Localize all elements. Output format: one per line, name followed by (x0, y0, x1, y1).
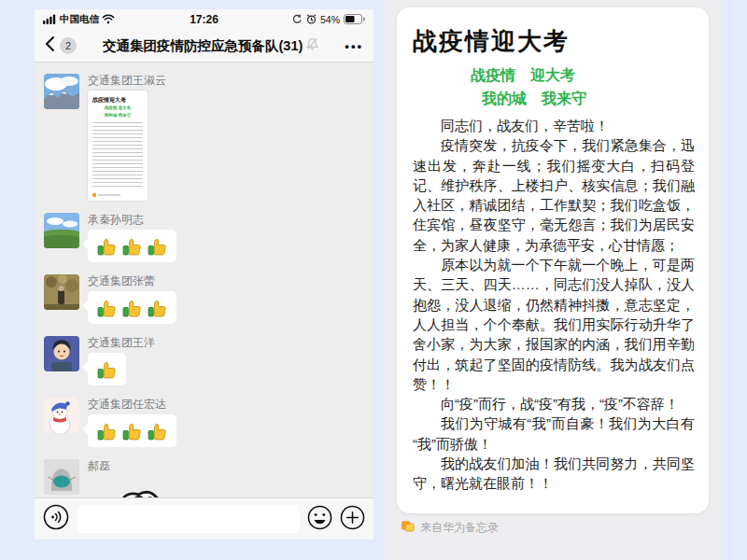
memo-thumb-body-lines (92, 122, 143, 189)
status-left: 中国电信 (43, 13, 115, 26)
message-input[interactable] (77, 505, 300, 533)
memo-subtitle-line1: 战疫情 迎大考 (471, 66, 695, 85)
thumbs-bubble[interactable] (88, 291, 176, 324)
back-chevron-icon[interactable] (45, 35, 55, 56)
message-row: 郝磊 (44, 459, 364, 498)
status-right: 54% (292, 14, 365, 26)
avatar-wangshuyun[interactable] (44, 74, 79, 109)
wifi-icon (102, 14, 115, 26)
memo-thumb-footer (92, 193, 143, 197)
signal-bars-icon (43, 14, 57, 26)
carrier-label: 中国电信 (60, 13, 99, 26)
thumbs-up-icon (97, 236, 117, 256)
memo-thumb-source-icon (92, 193, 96, 197)
wechat-window: 中国电信 17:26 54% (35, 9, 374, 539)
thumbs-up-icon (97, 421, 117, 441)
fist-sticker[interactable] (88, 476, 176, 498)
avatar-wangyang[interactable] (44, 336, 79, 371)
memo-subtitle-line2: 我的城 我来守 (482, 90, 695, 108)
emoji-icon[interactable] (307, 505, 332, 534)
memo-note-card: 战疫情迎大考 战疫情 迎大考 我的城 我来守 同志们，战友们，辛苦啦！ 疫情突发… (397, 7, 709, 513)
sender-name: 交通集团王淑云 (88, 74, 166, 87)
thumbs-up-icon (97, 298, 117, 317)
message-row: 承秦孙明志 (44, 213, 364, 262)
message-row: 交通集团王洋 (44, 336, 364, 385)
thumbs-bubble[interactable] (88, 230, 176, 262)
memo-source-row: 来自华为备忘录 (401, 519, 499, 536)
memo-body: 同志们，战友们，辛苦啦！ 疫情突发，抗疫令下，我们紧急集合，迅速出发，奔赴一线；… (413, 116, 695, 494)
chat-input-bar (35, 497, 374, 539)
memo-thumb-title: 战疫情迎大考 (92, 97, 143, 104)
unread-count-badge[interactable]: 2 (60, 37, 77, 54)
more-button[interactable]: ••• (345, 39, 363, 53)
thumbs-bubble[interactable] (88, 353, 126, 385)
thumbs-up-icon (97, 359, 117, 379)
sender-name: 交通集团任宏达 (88, 398, 176, 411)
memo-paragraph: 向“疫”而行，战“疫”有我，“疫”不容辞！ (413, 394, 695, 413)
thumbs-up-icon (122, 421, 142, 441)
chat-title: 交通集团疫情防控应急预备队(31) (103, 37, 303, 55)
muted-bell-icon (306, 37, 318, 54)
memo-thumb-source-line (98, 194, 120, 196)
alarm-icon (306, 14, 317, 26)
memo-source-icon (401, 519, 415, 536)
plus-icon[interactable] (340, 505, 365, 534)
memo-source-label: 来自华为备忘录 (420, 520, 499, 536)
rotation-lock-icon (292, 14, 303, 26)
memo-paragraph: 原本以为就一个下午就一个晚上，可是两天、三天、四天……，同志们没人掉队，没人抱怨… (413, 255, 695, 394)
screenshot-canvas: 中国电信 17:26 54% (0, 0, 747, 560)
message-row: 交通集团张蕾 (44, 274, 364, 324)
memo-paragraph: 我们为守城有“我”而自豪！我们为大白有“我”而骄傲！ (413, 413, 695, 454)
message-list[interactable]: 交通集团王淑云 战疫情迎大考 战疫情 迎大考 我的城 我来守 (35, 63, 374, 498)
shared-memo-image[interactable]: 战疫情迎大考 战疫情 迎大考 我的城 我来守 (88, 91, 148, 201)
battery-percent-label: 54% (320, 14, 340, 25)
memo-paragraph: 同志们，战友们，辛苦啦！ (413, 116, 695, 135)
avatar-zhanglei[interactable] (44, 274, 79, 310)
memo-paragraph: 我的战友们加油！我们共同努力，共同坚守，曙光就在眼前！！ (413, 454, 695, 494)
chat-header: 2 交通集团疫情防控应急预备队(31) ••• (35, 30, 374, 63)
thumbs-up-icon (122, 298, 142, 317)
sender-name: 郝磊 (88, 459, 176, 472)
avatar-renhongda[interactable] (44, 398, 79, 433)
sender-name: 交通集团张蕾 (88, 274, 176, 287)
thumbs-up-icon (122, 236, 142, 256)
thumbs-up-icon (148, 298, 167, 317)
avatar-sunmingzhi[interactable] (44, 213, 79, 248)
message-row: 交通集团王淑云 战疫情迎大考 战疫情 迎大考 我的城 我来守 (44, 74, 364, 201)
memo-window: 战疫情迎大考 战疫情 迎大考 我的城 我来守 同志们，战友们，辛苦啦！ 疫情突发… (385, 0, 721, 560)
voice-icon[interactable] (43, 504, 69, 534)
thumbs-up-icon (148, 421, 167, 441)
status-bar: 中国电信 17:26 54% (35, 9, 374, 30)
memo-paragraph: 疫情突发，抗疫令下，我们紧急集合，迅速出发，奔赴一线；我们摇变大白，扫码登记、维… (413, 135, 695, 255)
sender-name: 交通集团王洋 (88, 336, 155, 349)
sender-name: 承秦孙明志 (88, 213, 176, 226)
memo-thumb-line1: 战疫情 迎大考 (92, 105, 143, 111)
message-row: 交通集团任宏达 (44, 398, 364, 447)
avatar-haolei[interactable] (44, 459, 79, 495)
thumbs-bubble[interactable] (88, 414, 176, 447)
memo-title: 战疫情迎大考 (413, 26, 695, 56)
battery-icon (344, 14, 365, 26)
memo-thumb-line2: 我的城 我来守 (92, 113, 143, 119)
thumbs-up-icon (148, 236, 167, 256)
